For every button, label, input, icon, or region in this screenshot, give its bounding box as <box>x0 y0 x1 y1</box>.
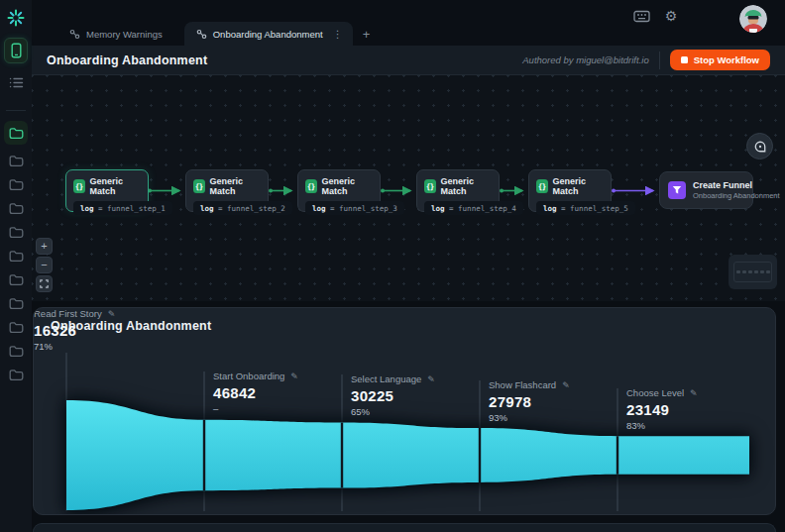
settings-gear-icon[interactable]: ⚙ <box>660 6 682 26</box>
app-window: ⚙ <box>0 0 785 532</box>
braces-icon: {} <box>193 179 205 193</box>
workflow-folder-list <box>4 121 28 382</box>
page-title: Onboarding Abandonment <box>47 53 207 67</box>
canvas-zoom-controls: + − <box>36 238 53 292</box>
workflow-canvas[interactable]: {} Generic Match log = funnel_step_1 {} … <box>32 75 785 301</box>
keyboard-shortcuts-icon[interactable] <box>630 6 652 26</box>
node-generic-match-2[interactable]: {} Generic Match log = funnel_step_2 <box>185 169 269 212</box>
step-conversion: 93% <box>489 412 570 423</box>
tab-onboarding-abandonment[interactable]: Onboarding Abandonment ⋮ <box>184 22 353 46</box>
folder-icon[interactable] <box>4 121 28 145</box>
folder-icon[interactable] <box>5 249 27 264</box>
node-condition: log = funnel_step_1 <box>73 201 172 215</box>
edit-icon[interactable]: ✎ <box>108 309 116 319</box>
sidebar-divider <box>6 110 26 111</box>
canvas-minimap[interactable] <box>729 255 777 289</box>
sidebar-item-devices[interactable] <box>4 38 28 63</box>
workflow-icon <box>196 29 207 40</box>
topbar: ⚙ <box>32 0 785 46</box>
sidebar <box>0 0 32 532</box>
folder-icon[interactable] <box>5 177 27 192</box>
node-generic-match-1[interactable]: {} Generic Match log = funnel_step_1 <box>65 169 149 212</box>
funnel-results-panel: Onboarding Abandonment Start Onboarding✎… <box>33 307 776 515</box>
step-conversion: 65% <box>351 406 435 417</box>
node-condition: log = funnel_step_5 <box>536 201 635 215</box>
tab-label: Memory Warnings <box>86 29 163 40</box>
stop-workflow-button[interactable]: Stop Workflow <box>670 50 770 70</box>
edit-icon[interactable]: ✎ <box>562 380 570 390</box>
step-value: 16326 <box>34 322 115 339</box>
funnel-step-2: Select Language✎ 30225 65% <box>351 373 435 417</box>
step-value: 23149 <box>626 401 698 418</box>
tab-strip: Memory Warnings Onboarding Abandonment ⋮… <box>57 22 380 46</box>
funnel-step-3: Show Flashcard✎ 27978 93% <box>489 379 570 423</box>
funnel-step-1: Start Onboarding✎ 46842 – <box>213 371 298 414</box>
zoom-in-button[interactable]: + <box>36 238 53 255</box>
step-value: 30225 <box>351 387 435 404</box>
bitdrift-logo-icon[interactable] <box>5 7 27 29</box>
folder-icon[interactable] <box>5 225 27 240</box>
stop-icon <box>681 56 688 63</box>
zoom-fit-button[interactable] <box>36 275 53 292</box>
folder-icon[interactable] <box>5 201 27 216</box>
braces-icon: {} <box>536 179 548 193</box>
edit-icon[interactable]: ✎ <box>427 374 435 384</box>
braces-icon: {} <box>305 179 317 193</box>
step-value: 46842 <box>213 384 298 401</box>
avatar[interactable] <box>739 5 767 33</box>
node-condition: log = funnel_step_3 <box>305 201 404 215</box>
workflow-icon <box>69 29 80 40</box>
folder-icon[interactable] <box>5 296 27 311</box>
chat-bubble-icon <box>753 140 767 154</box>
step-conversion: 71% <box>34 341 115 352</box>
braces-icon: {} <box>424 179 436 193</box>
funnel-step-5: Read First Story✎ 16326 71% <box>34 308 115 352</box>
zoom-out-button[interactable]: − <box>36 257 53 273</box>
phone-icon <box>10 43 23 58</box>
folder-icon[interactable] <box>5 272 27 287</box>
folder-icon[interactable] <box>5 154 27 168</box>
node-generic-match-4[interactable]: {} Generic Match log = funnel_step_4 <box>416 169 500 212</box>
next-section-panel <box>33 523 776 532</box>
edit-icon[interactable]: ✎ <box>290 372 298 381</box>
step-conversion: – <box>213 403 298 414</box>
comments-button[interactable] <box>746 133 773 160</box>
authored-by-text: Authored by miguel@bitdrift.io <box>522 54 648 65</box>
tab-label: Onboarding Abandonment <box>213 29 323 40</box>
node-condition: log = funnel_step_2 <box>193 201 292 215</box>
node-condition: log = funnel_step_4 <box>424 201 523 215</box>
header-divider <box>659 52 660 69</box>
folder-icon[interactable] <box>5 368 27 382</box>
tab-memory-warnings[interactable]: Memory Warnings <box>57 22 174 46</box>
funnel-step-4: Choose Level✎ 23149 83% <box>626 387 698 431</box>
folder-icon[interactable] <box>5 344 27 359</box>
sidebar-item-list[interactable] <box>4 69 28 95</box>
edit-icon[interactable]: ✎ <box>690 388 698 398</box>
node-create-funnel[interactable]: Create Funnel Onboarding Abandonment <box>659 171 753 209</box>
funnel-icon <box>668 181 686 199</box>
node-generic-match-3[interactable]: {} Generic Match log = funnel_step_3 <box>297 169 381 212</box>
workflow-header: Onboarding Abandonment Authored by migue… <box>32 46 785 75</box>
list-icon <box>9 76 24 89</box>
folder-icon[interactable] <box>5 320 27 335</box>
new-tab-button[interactable]: + <box>353 22 381 46</box>
step-value: 27978 <box>489 393 570 410</box>
fit-screen-icon <box>40 279 49 288</box>
step-conversion: 83% <box>626 420 698 431</box>
node-generic-match-5[interactable]: {} Generic Match log = funnel_step_5 <box>528 169 612 212</box>
tab-menu-kebab-icon[interactable]: ⋮ <box>329 29 347 40</box>
braces-icon: {} <box>73 179 85 193</box>
